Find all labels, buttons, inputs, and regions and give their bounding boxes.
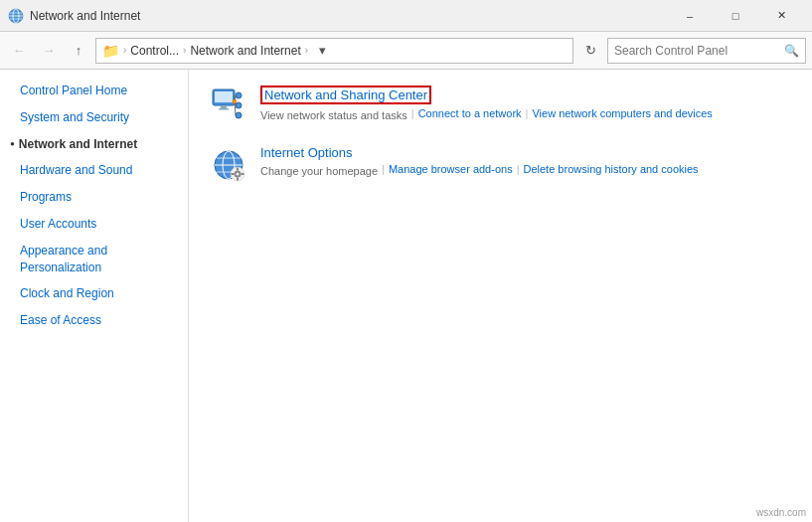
close-button[interactable]: ✕ (758, 0, 804, 32)
delete-browsing-history-link[interactable]: Delete browsing history and cookies (524, 163, 699, 177)
title-bar: Network and Internet – □ ✕ (0, 0, 812, 32)
internet-options-icon (209, 145, 248, 185)
svg-point-23 (237, 173, 240, 176)
address-bar: ← → ↑ 📁 › Control... › Network and Inter… (0, 32, 812, 70)
svg-rect-24 (237, 168, 239, 171)
category-internet-options: Internet Options Change your homepage | … (209, 145, 792, 185)
sidebar-item-user-accounts[interactable]: User Accounts (0, 211, 188, 238)
window-controls: – □ ✕ (667, 0, 804, 32)
sidebar-item-control-panel-home[interactable]: Control Panel Home (0, 78, 188, 104)
forward-button[interactable]: → (36, 38, 62, 64)
back-button[interactable]: ← (6, 38, 32, 64)
content-area: Network and Sharing Center View network … (189, 70, 812, 522)
network-sharing-details: Network and Sharing Center View network … (260, 86, 713, 121)
breadcrumb-bar: 📁 › Control... › Network and Internet › … (95, 38, 573, 64)
sidebar-item-network-and-internet[interactable]: Network and Internet (0, 131, 188, 158)
refresh-button[interactable]: ↻ (577, 38, 603, 64)
search-icon: 🔍 (784, 44, 799, 58)
network-sharing-icon (209, 86, 248, 125)
internet-options-subtitle: Change your homepage (260, 165, 378, 177)
up-button[interactable]: ↑ (66, 38, 91, 64)
network-sharing-links: View network status and tasks | Connect … (260, 107, 713, 121)
svg-rect-8 (219, 108, 229, 110)
sidebar: Control Panel Home System and Security N… (0, 70, 189, 522)
main-content: Control Panel Home System and Security N… (0, 70, 812, 522)
breadcrumb-sep-2: › (183, 45, 186, 56)
maximize-button[interactable]: □ (713, 0, 758, 32)
sidebar-item-system-and-security[interactable]: System and Security (0, 104, 188, 131)
sep-1: | (411, 107, 414, 121)
breadcrumb-control[interactable]: Control... (130, 44, 179, 58)
sidebar-item-clock-and-region[interactable]: Clock and Region (0, 280, 188, 307)
svg-point-10 (236, 102, 242, 108)
svg-rect-7 (221, 105, 227, 108)
watermark: wsxdn.com (756, 507, 806, 518)
svg-point-11 (236, 112, 242, 118)
view-network-computers-link[interactable]: View network computers and devices (532, 107, 712, 121)
svg-rect-6 (215, 91, 233, 102)
sep-2: | (526, 107, 529, 121)
breadcrumb-current: Network and Internet (190, 44, 300, 58)
internet-options-link[interactable]: Internet Options (260, 145, 353, 160)
search-bar: 🔍 (607, 38, 806, 64)
internet-options-details: Internet Options Change your homepage | … (260, 145, 699, 177)
breadcrumb-sep-3: › (305, 45, 308, 56)
search-input[interactable] (614, 44, 780, 58)
breadcrumb-dropdown-button[interactable]: ▾ (312, 41, 332, 61)
internet-options-links: Change your homepage | Manage browser ad… (260, 163, 699, 177)
connect-to-network-link[interactable]: Connect to a network (418, 107, 522, 121)
folder-icon: 📁 (102, 43, 119, 59)
minimize-button[interactable]: – (667, 0, 713, 32)
svg-rect-26 (232, 173, 235, 175)
svg-point-9 (236, 92, 242, 98)
breadcrumb-sep-1: › (123, 45, 126, 56)
svg-point-15 (233, 99, 237, 103)
svg-rect-27 (242, 173, 244, 175)
sidebar-item-programs[interactable]: Programs (0, 184, 188, 211)
sep-4: | (517, 163, 520, 177)
window-title: Network and Internet (30, 9, 667, 23)
sidebar-item-ease-of-access[interactable]: Ease of Access (0, 307, 188, 334)
network-sharing-center-link[interactable]: Network and Sharing Center (260, 86, 431, 104)
svg-rect-25 (237, 178, 239, 181)
network-sharing-subtitle: View network status and tasks (260, 109, 407, 121)
sidebar-item-appearance-and-personalization[interactable]: Appearance and Personalization (0, 238, 188, 281)
manage-browser-addons-link[interactable]: Manage browser add-ons (389, 163, 513, 177)
sep-3: | (382, 163, 385, 177)
category-network-sharing: Network and Sharing Center View network … (209, 86, 792, 125)
window-icon (8, 8, 24, 24)
sidebar-item-hardware-and-sound[interactable]: Hardware and Sound (0, 157, 188, 184)
